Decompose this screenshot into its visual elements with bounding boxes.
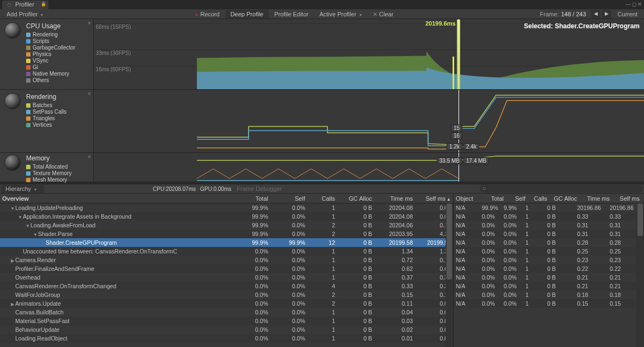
table-row[interactable]: N/A0.0%0.0%10 B0.310.31 bbox=[454, 230, 644, 238]
table-row[interactable]: ▼Loading.UpdatePreloading99.9%0.0%10 B20… bbox=[0, 203, 453, 212]
col-total[interactable]: Total bbox=[231, 195, 268, 202]
minimize-icon[interactable]: — bbox=[626, 1, 631, 7]
legend-item[interactable]: Triangles bbox=[26, 115, 91, 122]
legend-item[interactable]: GarbageCollector bbox=[26, 45, 91, 51]
expand-toggle[interactable]: ▼ bbox=[25, 224, 30, 228]
active-profiler-button[interactable]: Active Profiler bbox=[314, 10, 367, 18]
table-row[interactable]: N/A0.0%0.0%10 B0.280.28 bbox=[454, 238, 644, 247]
table-row[interactable]: N/A0.0%0.0%10 B0.330.33 bbox=[454, 212, 644, 221]
legend-item[interactable]: Gi bbox=[26, 64, 91, 71]
legend-item[interactable]: Physics bbox=[26, 51, 91, 58]
table-row[interactable]: CanvasRenderer.OnTransformChanged0.0%0.0… bbox=[0, 282, 453, 290]
col-selfms[interactable]: Self ms▲ bbox=[413, 195, 451, 202]
memory-graph[interactable]: 33.5 MB 17.4 MB bbox=[94, 153, 644, 182]
next-frame-button[interactable]: ▶ bbox=[602, 10, 611, 18]
legend-item[interactable]: Total Allocated bbox=[26, 164, 91, 170]
table-row[interactable]: N/A0.0%0.0%10 B0.250.25 bbox=[454, 247, 644, 256]
table-row[interactable]: N/A0.0%0.0%10 B0.150.15 bbox=[454, 299, 644, 308]
profile-editor-button[interactable]: Profile Editor bbox=[269, 10, 314, 18]
col-calls[interactable]: Calls bbox=[305, 195, 335, 202]
table-row[interactable]: ▼Shader.Parse99.9%0.0%20 B20203.954.37 bbox=[0, 230, 453, 238]
expand-toggle[interactable]: ▼ bbox=[10, 206, 15, 211]
playhead[interactable] bbox=[459, 19, 459, 89]
tab-profiler[interactable]: Profiler 🔒 bbox=[2, 1, 48, 9]
legend-item[interactable]: Vertices bbox=[26, 122, 91, 128]
legend-item[interactable]: Mesh Memory bbox=[26, 177, 91, 183]
legend-label: Rendering bbox=[33, 32, 58, 38]
deep-profile-button[interactable]: Deep Profile bbox=[225, 10, 269, 18]
col-calls[interactable]: Calls bbox=[525, 195, 547, 202]
table-row[interactable]: Profiler.FinalizeAndSendFrame0.0%0.0%10 … bbox=[0, 264, 453, 273]
table-row[interactable]: WaitForJobGroup0.0%0.0%20 B0.150.15 bbox=[0, 290, 453, 299]
search-wrap bbox=[480, 185, 643, 193]
table-row[interactable]: ▶Animators.Update0.0%0.0%20 B0.110.01 bbox=[0, 299, 453, 308]
close-icon[interactable]: ✕ bbox=[637, 1, 642, 7]
legend-item[interactable]: VSync bbox=[26, 58, 91, 64]
table-row[interactable]: N/A0.0%0.0%10 B0.180.18 bbox=[454, 290, 644, 299]
col-total[interactable]: Total bbox=[482, 195, 504, 202]
legend-item[interactable]: Rendering bbox=[26, 32, 91, 38]
clear-button[interactable]: ✕Clear bbox=[367, 10, 399, 18]
current-button[interactable]: Current bbox=[612, 10, 643, 18]
rendering-side[interactable]: × Rendering BatchesSetPass CallsTriangle… bbox=[0, 90, 94, 152]
col-overview[interactable]: Overview bbox=[2, 195, 231, 202]
legend-item[interactable]: Scripts bbox=[26, 38, 91, 45]
expand-toggle[interactable]: ▶ bbox=[10, 302, 15, 307]
table-row[interactable]: Loading.ReadObject0.0%0.0%10 B0.010.01 bbox=[0, 334, 453, 343]
table-row[interactable]: Material.SetPassFast0.0%0.0%10 B0.030.03 bbox=[0, 317, 453, 325]
hierarchy-mode-button[interactable]: Hierarchy bbox=[1, 185, 44, 193]
rendering-icon bbox=[4, 93, 21, 109]
table-row[interactable]: Overhead0.0%0.0%10 B0.370.37 bbox=[0, 273, 453, 282]
close-icon[interactable]: × bbox=[88, 91, 91, 97]
table-row[interactable]: N/A0.0%0.0%10 B0.210.21 bbox=[454, 273, 644, 282]
table-row[interactable]: Shader.CreateGPUProgram99.9%99.9%120 B20… bbox=[0, 238, 453, 247]
table-row[interactable]: N/A0.0%0.0%10 B0.230.23 bbox=[454, 256, 644, 264]
col-object[interactable]: Object bbox=[456, 195, 482, 202]
close-icon[interactable]: × bbox=[88, 154, 91, 160]
table-row[interactable]: N/A99.9%9.9%10 B20196.8620196.86 bbox=[454, 203, 644, 212]
prev-frame-button[interactable]: ◀ bbox=[591, 10, 600, 18]
expand-toggle[interactable]: ▼ bbox=[17, 215, 23, 220]
col-timems[interactable]: Time ms bbox=[372, 195, 413, 202]
col-self[interactable]: Self bbox=[268, 195, 305, 202]
swatch bbox=[26, 65, 30, 70]
col-self[interactable]: Self bbox=[504, 195, 525, 202]
cpu-side[interactable]: × CPU Usage RenderingScriptsGarbageColle… bbox=[0, 19, 94, 89]
col-gcalloc[interactable]: GC Alloc bbox=[547, 195, 577, 202]
table-row[interactable]: Canvas.BuildBatch0.0%0.0%10 B0.040.04 bbox=[0, 308, 453, 317]
memory-side[interactable]: × Memory Total AllocatedTexture MemoryMe… bbox=[0, 153, 94, 182]
table-row[interactable]: N/A0.0%0.0%10 B0.210.21 bbox=[454, 282, 644, 290]
legend-item[interactable]: SetPass Calls bbox=[26, 109, 91, 115]
table-row[interactable]: N/A0.0%0.0%10 B0.310.31 bbox=[454, 221, 644, 230]
expand-toggle[interactable]: ▶ bbox=[10, 258, 15, 263]
lock-icon[interactable]: 🔒 bbox=[41, 2, 46, 7]
add-profiler-button[interactable]: Add Profiler bbox=[1, 10, 48, 18]
scrollbar-thumb[interactable] bbox=[637, 203, 643, 236]
frame-debugger-link[interactable]: Frame Debugger bbox=[237, 185, 282, 192]
scrollbar-thumb[interactable] bbox=[447, 203, 452, 280]
rendering-graph[interactable]: 15 16 1.2k 2.4k bbox=[94, 90, 644, 152]
cpu-graph[interactable]: 66ms (15FPS) 33ms (30FPS) 16ms (60FPS) 2… bbox=[94, 19, 644, 89]
search-input[interactable] bbox=[480, 185, 643, 193]
legend-item[interactable]: Batches bbox=[26, 102, 91, 109]
close-icon[interactable]: × bbox=[88, 20, 91, 26]
table-row[interactable]: ▼Loading.AwakeFromLoad99.9%0.0%20 B20204… bbox=[0, 221, 453, 230]
expand-toggle[interactable]: ▼ bbox=[33, 232, 38, 237]
legend-item[interactable]: Others bbox=[26, 77, 91, 84]
col-timems[interactable]: Time ms bbox=[577, 195, 610, 202]
table-row[interactable]: ▶Camera.Render0.0%0.0%10 B0.720.11 bbox=[0, 256, 453, 264]
legend-item[interactable]: Native Memory bbox=[26, 71, 91, 77]
record-button[interactable]: Record bbox=[190, 10, 225, 18]
swatch bbox=[26, 33, 30, 37]
col-selfms[interactable]: Self ms bbox=[610, 195, 640, 202]
legend-item[interactable]: Texture Memory bbox=[26, 170, 91, 177]
swatch bbox=[26, 59, 30, 63]
table-row[interactable]: ▼Application.Integrate Assets in Backgro… bbox=[0, 212, 453, 221]
scrollbar[interactable] bbox=[445, 203, 453, 347]
scrollbar[interactable] bbox=[636, 203, 644, 347]
table-row[interactable]: BehaviourUpdate0.0%0.0%10 B0.020.02 bbox=[0, 325, 453, 334]
maximize-icon[interactable]: ◻ bbox=[632, 1, 636, 7]
col-gcalloc[interactable]: GC Alloc bbox=[335, 195, 372, 202]
table-row[interactable]: Unaccounted time between: CanvasRenderer… bbox=[0, 247, 453, 256]
table-row[interactable]: N/A0.0%0.0%10 B0.220.22 bbox=[454, 264, 644, 273]
